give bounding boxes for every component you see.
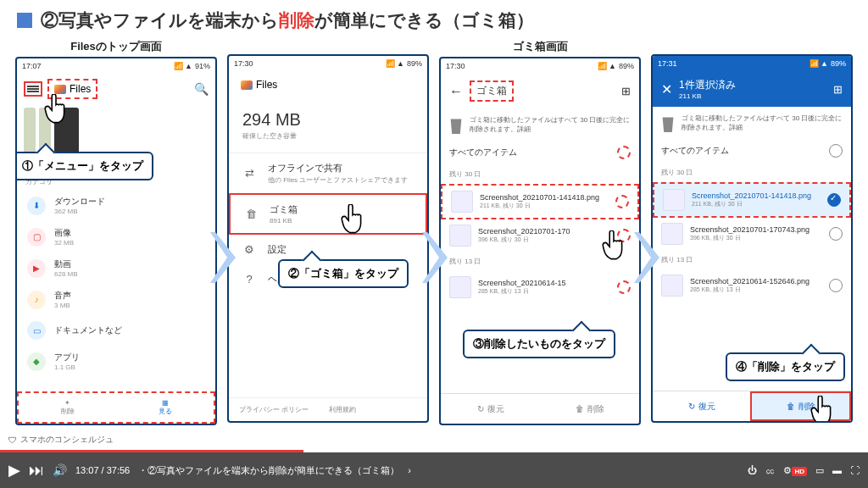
cat-images[interactable]: ▢画像32 MB bbox=[17, 221, 215, 252]
selection-header: ✕ 1件選択済み211 KB ⊞ bbox=[653, 71, 851, 107]
volume-icon[interactable]: 🔊 bbox=[53, 463, 67, 477]
slide-title: ②写真やファイルを端末から削除が簡単にできる（ゴミ箱） bbox=[41, 8, 534, 32]
info-box: ゴミ箱に移動したファイルはすべて 30 日後に完全に削除されます。詳細 bbox=[441, 108, 639, 141]
trash-header: ← ゴミ箱 ⊞ bbox=[441, 74, 639, 108]
flow-arrow-icon bbox=[210, 232, 236, 283]
callout-3: ③削除したいものをタップ bbox=[463, 330, 615, 358]
gear-icon: ⚙ bbox=[242, 243, 256, 256]
all-items-header[interactable]: すべてのアイテム bbox=[441, 141, 639, 164]
phone3: 17:30📶 ▲ 89% ← ゴミ箱 ⊞ ゴミ箱に移動したファイルはすべて 30… bbox=[439, 57, 641, 425]
grid-icon[interactable]: ⊞ bbox=[833, 83, 843, 96]
restore-button[interactable]: ↻ 復元 bbox=[441, 394, 540, 424]
next-button[interactable]: ⏭ bbox=[29, 462, 44, 480]
storage-info: 294 MB 確保した空き容量 bbox=[229, 98, 427, 153]
file-item[interactable]: Screenshot_20210701-141418.png211 KB, 残り… bbox=[441, 184, 639, 219]
gear-icon[interactable]: ⚙HD bbox=[783, 465, 807, 476]
trash-can-icon bbox=[449, 115, 463, 134]
action-row: ↻ 復元 🗑 削除 bbox=[441, 393, 639, 424]
captions-icon[interactable]: ㏄ bbox=[765, 464, 775, 477]
grid-icon[interactable]: ⊞ bbox=[621, 85, 631, 97]
back-icon[interactable]: ← bbox=[449, 84, 463, 99]
phone1-label: Filesのトップ画面 bbox=[70, 39, 162, 54]
drawer-footer: プライバシー ポリシー 利用規約 bbox=[229, 397, 427, 421]
trash-title: ゴミ箱 bbox=[470, 80, 514, 102]
bullet-icon bbox=[17, 13, 32, 28]
trash-can-icon bbox=[661, 114, 675, 132]
close-icon[interactable]: ✕ bbox=[661, 81, 672, 97]
all-items-header[interactable]: すべてのアイテム bbox=[653, 139, 851, 163]
cat-apps[interactable]: ◆アプリ1.1 GB bbox=[17, 346, 215, 377]
cat-downloads[interactable]: ⬇ダウンロード362 MB bbox=[17, 190, 215, 221]
remain-30: 残り 30 日 bbox=[441, 164, 639, 184]
video-player-bar: ▶ ⏭ 🔊 13:07 / 37:56 ・②写真やファイルを端末から削除が簡単に… bbox=[0, 452, 868, 488]
fullscreen-icon[interactable]: ⛶ bbox=[850, 465, 860, 475]
video-time: 13:07 / 37:56 bbox=[75, 465, 130, 475]
chevron-right-icon[interactable]: › bbox=[408, 465, 411, 475]
phone4: 17:31📶 ▲ 89% ✕ 1件選択済み211 KB ⊞ ゴミ箱に移動したファ… bbox=[651, 54, 853, 423]
callout-4: ④「削除」をタップ bbox=[726, 352, 845, 381]
flow-arrow-icon bbox=[422, 232, 448, 283]
theater-icon[interactable]: ▬ bbox=[832, 465, 842, 475]
phone3-label: ゴミ箱画面 bbox=[513, 39, 568, 54]
drawer-offline[interactable]: ⇄ オフラインで共有他の Files ユーザーとファストシェアできます bbox=[229, 153, 427, 193]
drawer-trash[interactable]: 🗑 ゴミ箱891 KB bbox=[229, 193, 427, 235]
miniplayer-icon[interactable]: ▭ bbox=[815, 465, 824, 476]
phone2: 17:30📶 ▲ 89% Files 294 MB 確保した空き容量 ⇄ オフラ… bbox=[227, 54, 429, 423]
hand-icon bbox=[809, 396, 836, 423]
callout-2: ②「ゴミ箱」をタップ bbox=[278, 259, 409, 288]
cat-docs[interactable]: ▭ドキュメントなど bbox=[17, 315, 215, 346]
flow-arrow-icon bbox=[634, 232, 659, 283]
restore-button[interactable]: ↻ 復元 bbox=[653, 391, 750, 421]
terms-link[interactable]: 利用規約 bbox=[329, 405, 356, 414]
file-item-selected[interactable]: Screenshot_20210701-141418.png211 KB, 残り… bbox=[653, 182, 851, 218]
file-item[interactable]: Screenshot_20210701-170743.png396 KB, 残り… bbox=[653, 218, 851, 250]
slide-header: ②写真やファイルを端末から削除が簡単にできる（ゴミ箱） bbox=[0, 0, 868, 37]
menu-button[interactable] bbox=[24, 81, 42, 97]
hand-icon bbox=[600, 230, 627, 261]
video-chapter[interactable]: ・②写真やファイルを端末から削除が簡単にできる（ゴミ箱） bbox=[138, 464, 399, 477]
play-button[interactable]: ▶ bbox=[8, 461, 20, 480]
tab-view[interactable]: ▦見る bbox=[116, 393, 214, 422]
trash-icon: 🗑 bbox=[244, 208, 258, 220]
phone1: 17:07 📶 ▲ 91% Files 🔍 ①「メニュー」をタップ 画像 画像 … bbox=[15, 57, 217, 425]
bottom-tabs: ✦削除 ▦見る bbox=[17, 391, 215, 424]
privacy-link[interactable]: プライバシー ポリシー bbox=[239, 405, 309, 414]
search-icon[interactable]: 🔍 bbox=[194, 82, 209, 96]
callout-1: ①「メニュー」をタップ bbox=[15, 152, 153, 180]
info-box: ゴミ箱に移動したファイルはすべて 30 日後に完全に削除されます。詳細 bbox=[653, 107, 851, 139]
files-logo: Files bbox=[236, 76, 282, 93]
file-item[interactable]: Screenshot_20210614-15285 KB, 残り 13 日 bbox=[441, 271, 639, 303]
watermark: 🛡 スマホのコンシェルジュ bbox=[8, 434, 114, 446]
cat-audio[interactable]: ♪音声3 MB bbox=[17, 284, 215, 315]
tab-delete[interactable]: ✦削除 bbox=[19, 393, 116, 422]
status-bar: 17:07 📶 ▲ 91% bbox=[17, 58, 215, 74]
delete-button[interactable]: 🗑 削除 bbox=[540, 394, 639, 424]
autoplay-toggle[interactable]: ⏻ bbox=[748, 465, 757, 475]
file-item[interactable]: Screenshot_20210614-152646.png285 KB, 残り… bbox=[653, 269, 851, 302]
delete-button[interactable]: 🗑 削除 bbox=[750, 391, 851, 421]
hand-icon bbox=[339, 204, 366, 235]
hand-icon bbox=[42, 94, 70, 125]
cat-videos[interactable]: ▶動画628 MB bbox=[17, 252, 215, 284]
